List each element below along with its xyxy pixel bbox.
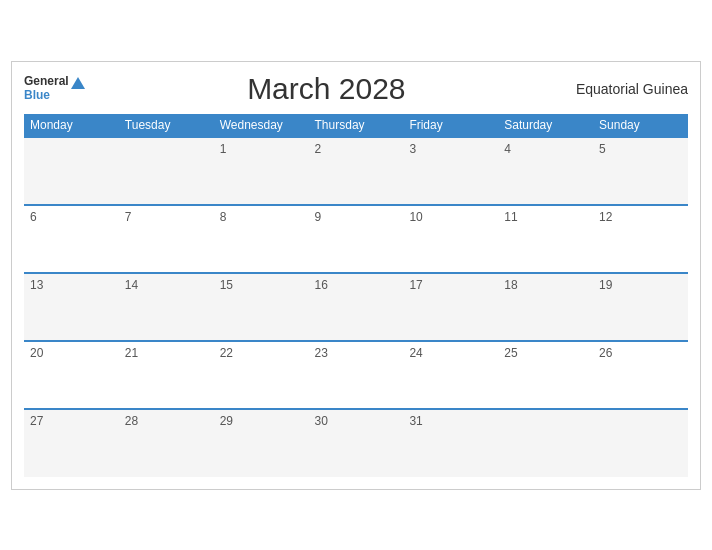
- weekday-header-row: Monday Tuesday Wednesday Thursday Friday…: [24, 114, 688, 137]
- day-cell: 12: [593, 205, 688, 273]
- day-number: 27: [30, 414, 43, 428]
- day-number: 6: [30, 210, 37, 224]
- day-cell: 29: [214, 409, 309, 477]
- day-number: 15: [220, 278, 233, 292]
- day-number: 29: [220, 414, 233, 428]
- day-number: 7: [125, 210, 132, 224]
- day-number: 10: [409, 210, 422, 224]
- day-number: 9: [315, 210, 322, 224]
- day-cell: [593, 409, 688, 477]
- day-cell: 21: [119, 341, 214, 409]
- day-number: 3: [409, 142, 416, 156]
- day-cell: 4: [498, 137, 593, 205]
- day-number: 23: [315, 346, 328, 360]
- day-cell: 18: [498, 273, 593, 341]
- day-cell: 30: [309, 409, 404, 477]
- calendar-header: General Blue March 2028 Equatorial Guine…: [24, 72, 688, 106]
- day-cell: 10: [403, 205, 498, 273]
- day-cell: 15: [214, 273, 309, 341]
- header-thursday: Thursday: [309, 114, 404, 137]
- header-saturday: Saturday: [498, 114, 593, 137]
- day-cell: 6: [24, 205, 119, 273]
- day-cell: 2: [309, 137, 404, 205]
- day-cell: [24, 137, 119, 205]
- day-cell: 24: [403, 341, 498, 409]
- day-number: 2: [315, 142, 322, 156]
- day-number: 11: [504, 210, 517, 224]
- day-number: 12: [599, 210, 612, 224]
- calendar-title: March 2028: [85, 72, 568, 106]
- day-number: 5: [599, 142, 606, 156]
- day-number: 16: [315, 278, 328, 292]
- day-cell: 31: [403, 409, 498, 477]
- country-label: Equatorial Guinea: [568, 81, 688, 97]
- day-number: 18: [504, 278, 517, 292]
- header-friday: Friday: [403, 114, 498, 137]
- day-number: 22: [220, 346, 233, 360]
- day-cell: 5: [593, 137, 688, 205]
- day-number: 26: [599, 346, 612, 360]
- header-sunday: Sunday: [593, 114, 688, 137]
- calendar-container: General Blue March 2028 Equatorial Guine…: [11, 61, 701, 490]
- day-cell: 22: [214, 341, 309, 409]
- calendar-table: Monday Tuesday Wednesday Thursday Friday…: [24, 114, 688, 477]
- day-number: 19: [599, 278, 612, 292]
- week-row-2: 6789101112: [24, 205, 688, 273]
- day-number: 8: [220, 210, 227, 224]
- logo-general-text: General: [24, 75, 69, 88]
- day-cell: 19: [593, 273, 688, 341]
- day-cell: 26: [593, 341, 688, 409]
- day-number: 13: [30, 278, 43, 292]
- header-wednesday: Wednesday: [214, 114, 309, 137]
- week-row-3: 13141516171819: [24, 273, 688, 341]
- day-cell: 17: [403, 273, 498, 341]
- day-number: 17: [409, 278, 422, 292]
- day-cell: [119, 137, 214, 205]
- day-number: 20: [30, 346, 43, 360]
- day-cell: 28: [119, 409, 214, 477]
- day-number: 1: [220, 142, 227, 156]
- header-tuesday: Tuesday: [119, 114, 214, 137]
- day-number: 14: [125, 278, 138, 292]
- logo-blue-text: Blue: [24, 89, 69, 102]
- day-cell: 16: [309, 273, 404, 341]
- day-cell: 7: [119, 205, 214, 273]
- day-cell: 27: [24, 409, 119, 477]
- day-cell: 1: [214, 137, 309, 205]
- day-cell: 11: [498, 205, 593, 273]
- day-number: 31: [409, 414, 422, 428]
- logo: General Blue: [24, 75, 85, 101]
- week-row-1: 12345: [24, 137, 688, 205]
- day-cell: 13: [24, 273, 119, 341]
- week-row-4: 20212223242526: [24, 341, 688, 409]
- day-number: 24: [409, 346, 422, 360]
- day-cell: 14: [119, 273, 214, 341]
- header-monday: Monday: [24, 114, 119, 137]
- day-cell: 23: [309, 341, 404, 409]
- day-cell: 8: [214, 205, 309, 273]
- day-number: 30: [315, 414, 328, 428]
- day-number: 4: [504, 142, 511, 156]
- week-row-5: 2728293031: [24, 409, 688, 477]
- day-number: 28: [125, 414, 138, 428]
- day-number: 25: [504, 346, 517, 360]
- day-cell: 20: [24, 341, 119, 409]
- day-cell: 3: [403, 137, 498, 205]
- day-number: 21: [125, 346, 138, 360]
- day-cell: [498, 409, 593, 477]
- day-cell: 9: [309, 205, 404, 273]
- logo-triangle-icon: [71, 77, 85, 89]
- day-cell: 25: [498, 341, 593, 409]
